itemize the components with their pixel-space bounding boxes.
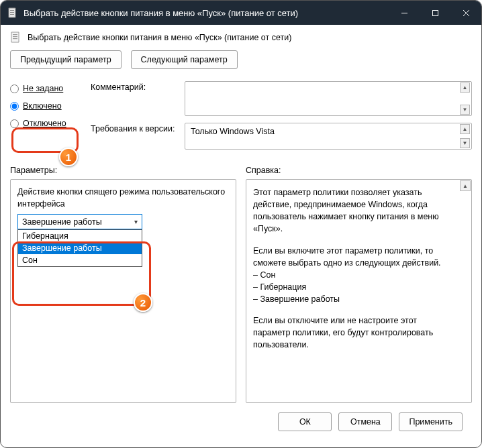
radio-disabled-label: Отключено: [23, 119, 66, 128]
minimize-button[interactable]: [389, 1, 420, 25]
help-l1: – Сон: [253, 270, 275, 280]
radio-enabled-input[interactable]: [10, 102, 19, 111]
close-button[interactable]: [450, 1, 481, 25]
help-p1: Этот параметр политики позволяет указать…: [253, 186, 452, 235]
page-title: Выбрать действие кнопки питания в меню «…: [28, 33, 291, 42]
comment-label: Комментарий:: [91, 81, 185, 116]
dropdown-item-shutdown[interactable]: Завершение работы: [18, 242, 142, 254]
apply-button[interactable]: Применить: [399, 412, 463, 431]
cancel-button[interactable]: Отмена: [338, 412, 392, 431]
options-column-label: Параметры:: [10, 166, 236, 175]
help-l2: – Гибернация: [253, 282, 306, 292]
radio-enabled-label: Включено: [23, 101, 62, 111]
radio-not-configured[interactable]: Не задано: [10, 84, 84, 93]
svg-rect-11: [13, 38, 17, 39]
requirements-label: Требования к версии:: [91, 123, 185, 150]
action-dropdown-value: Завершение работы: [22, 217, 102, 227]
svg-rect-3: [10, 14, 14, 15]
requirements-scroll-down-icon[interactable]: ▼: [460, 138, 470, 148]
svg-rect-10: [13, 36, 17, 37]
window-title: Выбрать действие кнопки питания в меню «…: [23, 8, 389, 18]
page-header: Выбрать действие кнопки питания в меню «…: [10, 32, 472, 44]
annotation-badge-2: 2: [134, 293, 152, 312]
requirements-field: Только Windows Vista ▲ ▼: [185, 123, 472, 150]
policy-icon: [10, 32, 22, 44]
prev-setting-button[interactable]: Предыдущий параметр: [10, 50, 122, 69]
requirements-value: Только Windows Vista: [191, 127, 275, 136]
requirements-scroll-up-icon[interactable]: ▲: [460, 124, 470, 134]
help-column-label: Справка:: [246, 166, 472, 175]
comment-scroll-down-icon[interactable]: ▼: [460, 105, 470, 115]
ok-button[interactable]: ОК: [278, 412, 332, 431]
action-dropdown-list: Гибернация Завершение работы Сон: [17, 229, 142, 267]
help-p2: Если вы включите этот параметр политики,…: [253, 246, 441, 268]
radio-enabled[interactable]: Включено: [10, 101, 84, 111]
app-icon: [7, 7, 18, 18]
help-panel: ▲ Этот параметр политики позволяет указа…: [246, 179, 472, 403]
svg-rect-5: [432, 10, 438, 15]
state-radios: Не задано Включено Отключено: [10, 81, 84, 156]
svg-rect-9: [13, 34, 17, 35]
dropdown-item-hibernate[interactable]: Гибернация: [18, 230, 142, 242]
help-scroll-up-icon[interactable]: ▲: [460, 180, 471, 191]
annotation-badge-1: 1: [59, 148, 78, 166]
options-panel: Действие кнопки спящего режима пользоват…: [10, 179, 236, 403]
option-description: Действие кнопки спящего режима пользоват…: [17, 186, 229, 210]
svg-rect-1: [10, 10, 14, 11]
maximize-button[interactable]: [420, 1, 450, 25]
window-controls: [389, 1, 481, 25]
comment-field[interactable]: ▲ ▼: [185, 81, 472, 116]
next-setting-button[interactable]: Следующий параметр: [131, 50, 238, 69]
chevron-down-icon: ▾: [134, 218, 138, 225]
svg-rect-2: [10, 12, 14, 13]
help-l3: – Завершение работы: [253, 294, 340, 304]
svg-rect-8: [11, 32, 19, 42]
titlebar: Выбрать действие кнопки питания в меню «…: [1, 1, 481, 25]
action-dropdown[interactable]: Завершение работы ▾: [17, 214, 142, 229]
radio-not-configured-label: Не задано: [23, 84, 63, 93]
help-p3: Если вы отключите или не настроите этот …: [253, 315, 452, 351]
dialog-footer: ОК Отмена Применить: [10, 403, 472, 441]
radio-disabled[interactable]: Отключено: [10, 119, 84, 128]
radio-disabled-input[interactable]: [10, 119, 19, 128]
dropdown-item-sleep[interactable]: Сон: [18, 254, 142, 266]
comment-scroll-up-icon[interactable]: ▲: [460, 82, 470, 93]
radio-not-configured-input[interactable]: [10, 85, 19, 93]
